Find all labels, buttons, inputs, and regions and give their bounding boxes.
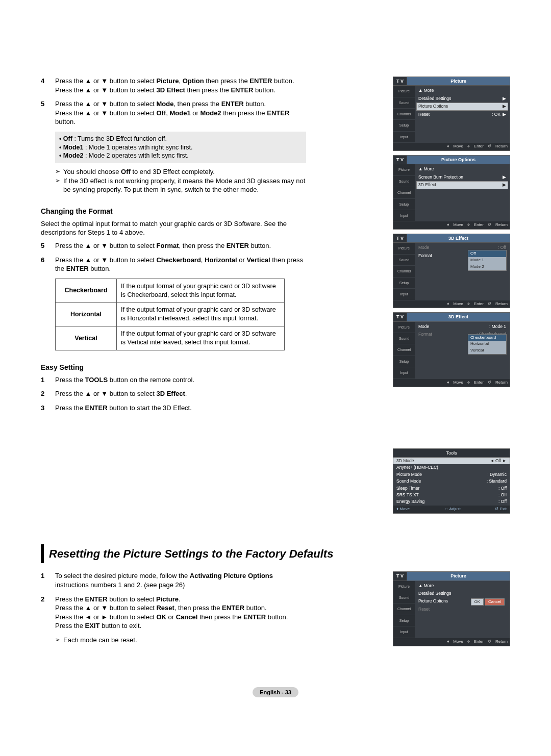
cf-step-6-number: 6 (41, 256, 50, 273)
tools-row: Energy Saving: Off (393, 498, 510, 505)
osd-reset: T VPicture PictureSoundChannelSetupInput… (393, 571, 510, 646)
mode-notes: • Off : Turns the 3D Effect function off… (55, 132, 306, 164)
step-5-number: 5 (41, 99, 50, 127)
osd-tools: Tools 3D Mode◄ Off ►Anynet+ (HDMI-CEC)Pi… (393, 448, 510, 514)
cf-step-5-body: Press the ▲ or ▼ button to select Format… (55, 241, 306, 250)
step-4-number: 4 (41, 77, 50, 94)
step-5-body: Press the ▲ or ▼ button to select Mode, … (55, 99, 306, 127)
section-reset-heading: Resetting the Picture Settings to the Fa… (41, 544, 510, 564)
osd-picture-options: T VPicture Options PictureSoundChannelSe… (393, 155, 510, 230)
step-4-body: Press the ▲ or ▼ button to select Pictur… (55, 77, 306, 94)
tools-row: Anynet+ (HDMI-CEC) (393, 464, 510, 471)
cf-step-5-number: 5 (41, 241, 50, 250)
format-table: CheckerboardIf the output format of your… (55, 279, 285, 350)
tools-row: Picture Mode: Dynamic (393, 471, 510, 478)
tools-row: Sound Mode: Standard (393, 478, 510, 485)
osd-3d-mode: T V3D Effect PictureSoundChannelSetupInp… (393, 234, 510, 308)
osd-3d-format: T V3D Effect PictureSoundChannelSetupInp… (393, 312, 510, 387)
tools-row: Sleep Timer: Off (393, 485, 510, 492)
tools-row: SRS TS XT: Off (393, 492, 510, 498)
changing-format-heading: Changing the Format (41, 207, 306, 216)
cf-step-6-body: Press the ▲ or ▼ button to select Checke… (55, 256, 306, 273)
changing-intro: Select the optimal input format to match… (41, 219, 306, 237)
note-arrow-1: You should choose Off to end 3D Effect c… (55, 167, 306, 177)
osd-picture: T VPicture PictureSoundChannelSetupInput… (393, 77, 510, 151)
page-number: English - 33 (41, 687, 510, 698)
tools-row: 3D Mode◄ Off ► (393, 458, 510, 464)
easy-heading: Easy Setting (41, 363, 306, 372)
reset-note-arrow: Each mode can be reset. (55, 636, 306, 645)
note-arrow-2: If the 3D effect is not working properly… (55, 177, 306, 194)
